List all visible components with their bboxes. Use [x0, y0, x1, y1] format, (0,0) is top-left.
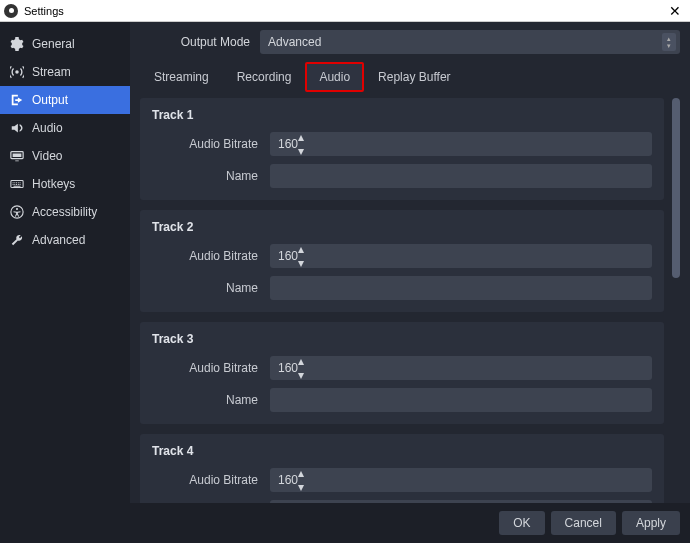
stepper-icon[interactable]: ▴▾: [298, 130, 304, 158]
audio-bitrate-label: Audio Bitrate: [152, 137, 270, 151]
cancel-button[interactable]: Cancel: [551, 511, 616, 535]
sidebar-item-accessibility[interactable]: Accessibility: [0, 198, 130, 226]
tab-audio[interactable]: Audio: [305, 62, 364, 92]
gear-icon: [10, 37, 24, 51]
vertical-scrollbar[interactable]: [672, 98, 680, 503]
sidebar-item-output[interactable]: Output: [0, 86, 130, 114]
stepper-icon[interactable]: ▴▾: [662, 33, 676, 51]
sidebar-item-label: Hotkeys: [32, 177, 75, 191]
track-title: Track 1: [152, 108, 652, 122]
antenna-icon: [10, 65, 24, 79]
output-mode-select[interactable]: Advanced ▴▾: [260, 30, 680, 54]
accessibility-icon: [10, 205, 24, 219]
audio-bitrate-select[interactable]: 160 ▴▾: [270, 468, 652, 492]
sidebar-item-label: Output: [32, 93, 68, 107]
sidebar-item-video[interactable]: Video: [0, 142, 130, 170]
tracks-scroll-area: Track 1 Audio Bitrate 160 ▴▾ Name: [140, 98, 668, 503]
sidebar-item-audio[interactable]: Audio: [0, 114, 130, 142]
tab-streaming[interactable]: Streaming: [140, 62, 223, 92]
output-mode-label: Output Mode: [140, 35, 260, 49]
track-block-2: Track 2 Audio Bitrate 160 ▴▾ Name: [140, 210, 664, 312]
output-icon: [10, 93, 24, 107]
scroll-wrap: Track 1 Audio Bitrate 160 ▴▾ Name: [140, 98, 680, 503]
track-title: Track 3: [152, 332, 652, 346]
sidebar: General Stream Output Audio: [0, 22, 130, 503]
ok-button[interactable]: OK: [499, 511, 544, 535]
track-name-input[interactable]: [270, 276, 652, 300]
content-area: Output Mode Advanced ▴▾ Streaming Record…: [130, 22, 690, 503]
track-name-input[interactable]: [270, 164, 652, 188]
keyboard-icon: [10, 177, 24, 191]
sidebar-item-advanced[interactable]: Advanced: [0, 226, 130, 254]
track-block-1: Track 1 Audio Bitrate 160 ▴▾ Name: [140, 98, 664, 200]
tab-replay-buffer[interactable]: Replay Buffer: [364, 62, 465, 92]
track-name-input[interactable]: [270, 500, 652, 503]
sidebar-item-stream[interactable]: Stream: [0, 58, 130, 86]
sidebar-item-label: General: [32, 37, 75, 51]
track-title: Track 2: [152, 220, 652, 234]
track-name-label: Name: [152, 169, 270, 183]
tools-icon: [10, 233, 24, 247]
track-name-label: Name: [152, 281, 270, 295]
dialog-footer: OK Cancel Apply: [0, 503, 690, 543]
audio-bitrate-select[interactable]: 160 ▴▾: [270, 244, 652, 268]
sidebar-item-general[interactable]: General: [0, 30, 130, 58]
sidebar-item-label: Audio: [32, 121, 63, 135]
sidebar-item-label: Advanced: [32, 233, 85, 247]
track-block-4: Track 4 Audio Bitrate 160 ▴▾ Name: [140, 434, 664, 503]
monitor-icon: [10, 149, 24, 163]
track-name-input[interactable]: [270, 388, 652, 412]
sidebar-item-label: Video: [32, 149, 62, 163]
stepper-icon[interactable]: ▴▾: [298, 466, 304, 494]
audio-bitrate-select[interactable]: 160 ▴▾: [270, 356, 652, 380]
sidebar-item-label: Accessibility: [32, 205, 97, 219]
audio-bitrate-label: Audio Bitrate: [152, 473, 270, 487]
audio-bitrate-label: Audio Bitrate: [152, 249, 270, 263]
sidebar-item-hotkeys[interactable]: Hotkeys: [0, 170, 130, 198]
scroll-thumb[interactable]: [672, 98, 680, 278]
apply-button[interactable]: Apply: [622, 511, 680, 535]
close-icon[interactable]: ✕: [660, 0, 690, 22]
tab-recording[interactable]: Recording: [223, 62, 306, 92]
audio-bitrate-label: Audio Bitrate: [152, 361, 270, 375]
settings-window: Settings ✕ General Stream Out: [0, 0, 690, 543]
audio-bitrate-select[interactable]: 160 ▴▾: [270, 132, 652, 156]
speaker-icon: [10, 121, 24, 135]
track-block-3: Track 3 Audio Bitrate 160 ▴▾ Name: [140, 322, 664, 424]
output-mode-row: Output Mode Advanced ▴▾: [140, 30, 680, 54]
stepper-icon[interactable]: ▴▾: [298, 354, 304, 382]
window-title: Settings: [24, 5, 660, 17]
window-titlebar: Settings ✕: [0, 0, 690, 22]
stepper-icon[interactable]: ▴▾: [298, 242, 304, 270]
output-tabs: Streaming Recording Audio Replay Buffer: [140, 62, 680, 92]
app-icon: [4, 4, 18, 18]
track-title: Track 4: [152, 444, 652, 458]
svg-point-3: [16, 208, 18, 210]
sidebar-item-label: Stream: [32, 65, 71, 79]
window-body: General Stream Output Audio: [0, 22, 690, 503]
output-mode-value: Advanced: [268, 35, 321, 49]
track-name-label: Name: [152, 393, 270, 407]
